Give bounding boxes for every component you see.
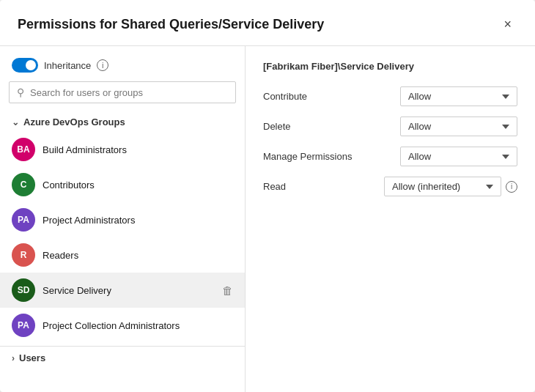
group-name-service-delivery: Service Delivery — [43, 285, 215, 296]
permissions-list: ContributeAllowDenyNot setDeleteAllowDen… — [263, 86, 517, 196]
right-panel: [Fabrikam Fiber]\Service Delivery Contri… — [246, 46, 535, 392]
group-item-project-collection-admins[interactable]: PAProject Collection Administrators🗑 — [0, 308, 245, 343]
group-item-service-delivery[interactable]: SDService Delivery🗑 — [0, 273, 245, 308]
avatar-project-admins: PA — [12, 208, 35, 232]
azure-devops-groups-header[interactable]: ⌄ Azure DevOps Groups — [0, 112, 245, 132]
permissions-modal: Permissions for Shared Queries/Service D… — [0, 0, 535, 392]
permission-select-wrap-delete: AllowDenyNot set — [400, 117, 517, 136]
group-name-build-admins: Build Administrators — [43, 144, 233, 155]
azure-devops-groups-label: Azure DevOps Groups — [23, 117, 125, 127]
inheritance-row: Inheritance i — [0, 58, 245, 81]
left-panel: Inheritance i ⚲ ⌄ Azure DevOps Groups BA… — [0, 46, 246, 392]
permission-row-read: ReadAllow (inherited)AllowDenyNot seti — [263, 177, 517, 196]
group-item-readers[interactable]: RReaders🗑 — [0, 237, 245, 273]
permission-label-contribute: Contribute — [263, 91, 366, 102]
search-input[interactable] — [30, 87, 228, 98]
avatar-project-collection-admins: PA — [12, 314, 35, 337]
group-list: BABuild Administrators🗑CContributors🗑PAP… — [0, 132, 245, 343]
permission-select-wrap-read: Allow (inherited)AllowDenyNot seti — [384, 177, 517, 196]
permission-label-manage-permissions: Manage Permissions — [263, 151, 366, 162]
delete-icon-service-delivery[interactable]: 🗑 — [222, 284, 233, 297]
group-name-readers: Readers — [43, 250, 233, 261]
modal-title: Permissions for Shared Queries/Service D… — [18, 17, 324, 32]
chevron-icon: › — [12, 353, 15, 363]
avatar-build-admins: BA — [12, 138, 35, 161]
inheritance-toggle[interactable] — [12, 58, 38, 73]
inheritance-info-icon[interactable]: i — [97, 59, 108, 71]
permission-info-icon-read[interactable]: i — [506, 181, 517, 193]
avatar-readers: R — [12, 243, 35, 267]
group-item-project-admins[interactable]: PAProject Administrators🗑 — [0, 202, 245, 237]
avatar-contributors: C — [12, 173, 35, 196]
permission-select-delete[interactable]: AllowDenyNot set — [400, 117, 517, 136]
group-item-build-admins[interactable]: BABuild Administrators🗑 — [0, 132, 245, 167]
avatar-service-delivery: SD — [12, 278, 35, 302]
modal-header: Permissions for Shared Queries/Service D… — [0, 0, 535, 46]
modal-body: Inheritance i ⚲ ⌄ Azure DevOps Groups BA… — [0, 46, 535, 392]
inheritance-label: Inheritance — [44, 60, 91, 71]
permission-label-read: Read — [263, 181, 366, 192]
permission-label-delete: Delete — [263, 121, 366, 132]
permission-select-wrap-contribute: AllowDenyNot set — [400, 86, 517, 106]
group-name-project-admins: Project Administrators — [43, 215, 233, 226]
toggle-thumb — [26, 60, 36, 70]
group-item-contributors[interactable]: CContributors🗑 — [0, 167, 245, 202]
permission-select-read[interactable]: Allow (inherited)AllowDenyNot set — [384, 177, 501, 196]
group-name-contributors: Contributors — [43, 180, 233, 191]
permission-select-manage-permissions[interactable]: AllowDenyNot set — [400, 147, 517, 166]
group-name-project-collection-admins: Project Collection Administrators — [43, 320, 233, 331]
search-box: ⚲ — [9, 81, 236, 103]
users-section-label: Users — [19, 352, 45, 363]
users-section-header[interactable]: › Users — [0, 346, 245, 369]
close-button[interactable]: × — [498, 15, 517, 34]
chevron-icon: ⌄ — [12, 117, 19, 127]
entity-title: [Fabrikam Fiber]\Service Delivery — [263, 61, 517, 72]
permission-row-contribute: ContributeAllowDenyNot set — [263, 86, 517, 106]
permission-select-wrap-manage-permissions: AllowDenyNot set — [400, 147, 517, 166]
permission-select-contribute[interactable]: AllowDenyNot set — [400, 86, 517, 106]
permission-row-delete: DeleteAllowDenyNot set — [263, 117, 517, 136]
permission-row-manage-permissions: Manage PermissionsAllowDenyNot set — [263, 147, 517, 166]
search-icon: ⚲ — [17, 86, 24, 98]
